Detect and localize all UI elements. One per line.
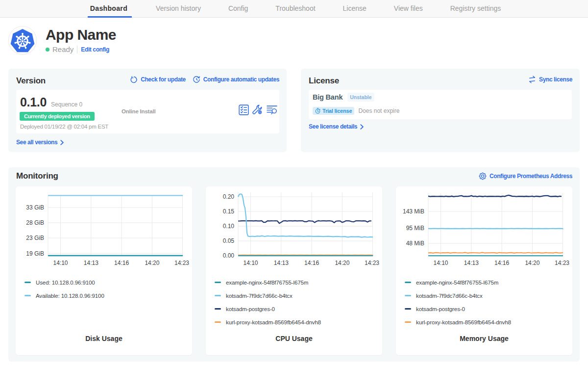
svg-text:14:23: 14:23 [174, 260, 189, 266]
svg-text:0.20: 0.20 [223, 193, 235, 200]
svg-text:14:23: 14:23 [365, 260, 379, 266]
svg-text:14:10: 14:10 [53, 260, 68, 266]
svg-text:19 GiB: 19 GiB [26, 250, 44, 257]
svg-text:14:10: 14:10 [243, 260, 258, 266]
svg-text:14:10: 14:10 [433, 260, 448, 266]
svg-text:0.10: 0.10 [223, 223, 235, 230]
svg-text:23 GiB: 23 GiB [26, 235, 44, 241]
svg-text:33 GiB: 33 GiB [26, 204, 44, 211]
svg-text:14:20: 14:20 [335, 260, 349, 266]
svg-text:0.15: 0.15 [223, 208, 235, 215]
svg-text:14:20: 14:20 [145, 260, 159, 266]
svg-text:14:16: 14:16 [494, 260, 509, 266]
svg-text:14:13: 14:13 [84, 260, 98, 266]
svg-text:14:13: 14:13 [464, 260, 479, 266]
svg-text:28 GiB: 28 GiB [26, 219, 44, 226]
svg-text:14:20: 14:20 [525, 260, 539, 266]
svg-text:14:13: 14:13 [274, 260, 289, 266]
svg-text:14:16: 14:16 [114, 260, 129, 266]
svg-text:0.00: 0.00 [223, 252, 235, 259]
svg-text:95 MiB: 95 MiB [406, 225, 424, 232]
svg-text:14:16: 14:16 [304, 260, 319, 266]
svg-text:143 MiB: 143 MiB [403, 208, 424, 215]
svg-text:14:23: 14:23 [555, 260, 569, 266]
svg-text:48 MiB: 48 MiB [406, 240, 424, 247]
svg-text:0.05: 0.05 [223, 237, 235, 244]
